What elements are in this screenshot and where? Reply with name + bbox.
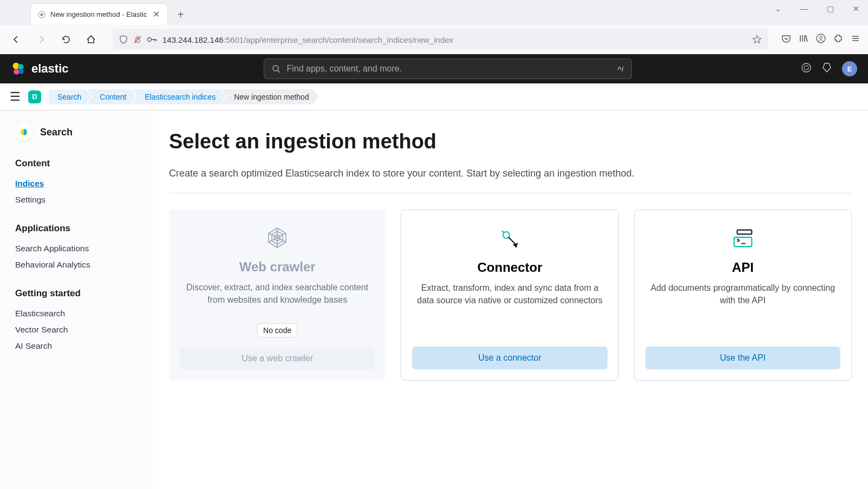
- sidebar-section-content: Content Indices Settings: [15, 158, 138, 208]
- sidebar-section-getting-started: Getting started Elasticsearch Vector Sea…: [15, 288, 138, 354]
- svg-point-9: [19, 69, 24, 74]
- sidebar-section-applications: Applications Search Applications Behavio…: [15, 223, 138, 273]
- tab-favicon-icon: [37, 10, 46, 19]
- menu-icon[interactable]: [851, 34, 860, 45]
- sidebar: Search Content Indices Settings Applicat…: [0, 110, 153, 489]
- tab-title: New ingestion method - Elastic: [50, 10, 147, 18]
- breadcrumb-current: New ingestion method: [221, 89, 319, 105]
- card-description: Discover, extract, and index searchable …: [180, 281, 375, 316]
- sidebar-item-behavioral-analytics[interactable]: Behavioral Analytics: [15, 257, 138, 273]
- browser-toolbar-icons: [781, 34, 860, 45]
- breadcrumb-content[interactable]: Content: [87, 89, 136, 105]
- insecure-icon[interactable]: [133, 35, 142, 44]
- url-text: 143.244.182.146:5601/app/enterprise_sear…: [162, 35, 747, 44]
- svg-point-7: [18, 64, 24, 70]
- elastic-logo[interactable]: elastic: [11, 61, 69, 76]
- svg-point-10: [273, 66, 278, 71]
- sidebar-item-vector-search[interactable]: Vector Search: [15, 322, 138, 338]
- divider: [169, 193, 852, 193]
- card-description: Add documents programmatically by connec…: [645, 282, 840, 339]
- breadcrumb-search[interactable]: Search: [49, 89, 91, 105]
- svg-point-3: [148, 38, 152, 42]
- card-connector: Connector Extract, transform, index and …: [401, 210, 618, 381]
- card-web-crawler: Web crawler Discover, extract, and index…: [169, 210, 386, 381]
- url-security-icons: [119, 35, 157, 44]
- sidebar-item-settings[interactable]: Settings: [15, 192, 138, 208]
- main-layout: Search Content Indices Settings Applicat…: [0, 110, 868, 489]
- card-title: Web crawler: [239, 259, 316, 275]
- tab-close-icon[interactable]: ✕: [151, 10, 161, 19]
- sidebar-app-label: Search: [40, 127, 73, 138]
- library-icon[interactable]: [799, 34, 808, 45]
- help-icon[interactable]: [821, 62, 832, 75]
- forward-button[interactable]: [32, 31, 50, 48]
- svg-point-1: [41, 13, 43, 16]
- new-tab-button[interactable]: +: [172, 6, 188, 23]
- sidebar-heading: Applications: [15, 223, 138, 234]
- space-badge[interactable]: D: [28, 90, 41, 103]
- window-maximize-icon[interactable]: ▢: [823, 4, 838, 13]
- window-chevron-icon[interactable]: ⌄: [771, 4, 786, 13]
- window-controls: ⌄ — ▢ ✕: [771, 4, 864, 13]
- page-description: Create a search optimized Elasticsearch …: [169, 166, 635, 181]
- bookmark-star-icon[interactable]: [752, 35, 762, 44]
- ingestion-cards: Web crawler Discover, extract, and index…: [169, 210, 852, 381]
- window-minimize-icon[interactable]: —: [797, 4, 812, 13]
- header-right: E: [801, 61, 857, 76]
- no-code-badge: No code: [257, 323, 297, 337]
- svg-rect-18: [737, 230, 752, 234]
- card-title: Connector: [477, 260, 542, 275]
- sidebar-heading: Content: [15, 158, 138, 169]
- svg-point-11: [802, 63, 811, 72]
- breadcrumbs: Search Content Elasticsearch indices New…: [49, 89, 319, 105]
- elastic-logo-text: elastic: [31, 62, 69, 76]
- browser-tab[interactable]: New ingestion method - Elastic ✕: [30, 3, 168, 25]
- use-connector-button[interactable]: Use a connector: [412, 347, 607, 369]
- api-icon: [730, 225, 756, 251]
- sidebar-item-search-applications[interactable]: Search Applications: [15, 240, 138, 257]
- search-kbd-hint: ^/: [617, 65, 623, 73]
- home-button[interactable]: [82, 31, 100, 48]
- reload-button[interactable]: [57, 31, 75, 48]
- web-crawler-icon: [264, 225, 290, 251]
- key-icon[interactable]: [147, 36, 157, 43]
- pocket-icon[interactable]: [781, 34, 791, 45]
- user-avatar[interactable]: E: [842, 61, 857, 76]
- card-title: API: [732, 260, 754, 275]
- use-web-crawler-button: Use a web crawler: [180, 347, 375, 370]
- browser-chrome: ⌄ — ▢ ✕ New ingestion method - Elastic ✕…: [0, 0, 868, 54]
- breadcrumb-bar: ☰ D Search Content Elasticsearch indices…: [0, 83, 868, 110]
- sidebar-item-ai-search[interactable]: AI Search: [15, 338, 138, 354]
- tab-bar: New ingestion method - Elastic ✕ +: [0, 0, 868, 25]
- shield-icon[interactable]: [119, 35, 128, 44]
- sidebar-item-indices[interactable]: Indices: [15, 175, 138, 192]
- header-search[interactable]: ^/: [264, 58, 632, 79]
- header-search-input[interactable]: [287, 64, 611, 74]
- connector-icon: [497, 225, 523, 251]
- breadcrumb-indices[interactable]: Elasticsearch indices: [132, 89, 225, 105]
- account-icon[interactable]: [816, 34, 826, 45]
- back-button[interactable]: [8, 31, 25, 48]
- content: Select an ingestion method Create a sear…: [153, 110, 868, 489]
- search-icon: [272, 64, 280, 73]
- nav-bar: 143.244.182.146:5601/app/enterprise_sear…: [0, 25, 868, 54]
- url-bar[interactable]: 143.244.182.146:5601/app/enterprise_sear…: [113, 29, 768, 50]
- card-description: Extract, transform, index and sync data …: [412, 282, 607, 339]
- extensions-icon[interactable]: [833, 34, 843, 45]
- nav-toggle-icon[interactable]: ☰: [10, 90, 21, 104]
- sidebar-item-elasticsearch[interactable]: Elasticsearch: [15, 305, 138, 322]
- sidebar-heading: Getting started: [15, 288, 138, 299]
- sidebar-app-icon: [15, 123, 32, 141]
- svg-point-8: [14, 69, 19, 75]
- svg-point-12: [804, 66, 808, 70]
- svg-rect-19: [734, 237, 752, 246]
- card-api: API Add documents programmatically by co…: [634, 210, 852, 381]
- sidebar-app-header[interactable]: Search: [15, 123, 138, 141]
- use-api-button[interactable]: Use the API: [645, 347, 840, 369]
- elastic-header: elastic ^/ E: [0, 54, 868, 83]
- newsfeed-icon[interactable]: [801, 62, 812, 75]
- page-title: Select an ingestion method: [169, 130, 852, 153]
- elastic-logo-icon: [11, 61, 26, 76]
- window-close-icon[interactable]: ✕: [849, 4, 864, 13]
- svg-point-5: [820, 36, 823, 39]
